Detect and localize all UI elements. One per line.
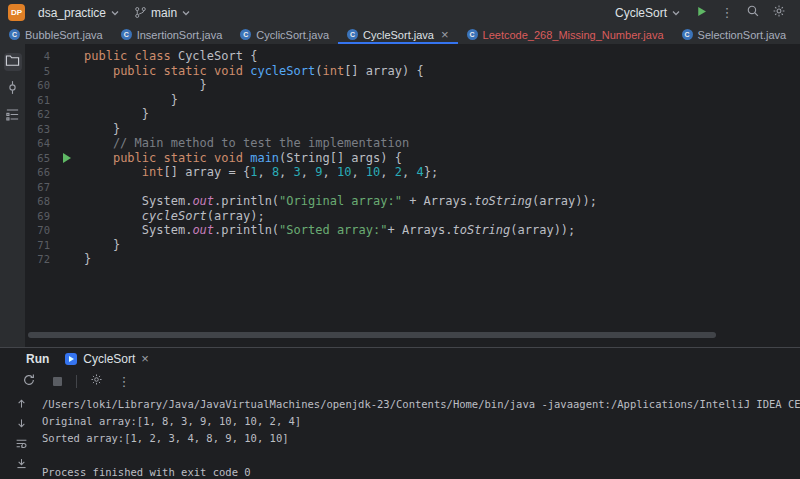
- project-avatar[interactable]: DP: [8, 4, 25, 21]
- close-icon[interactable]: ×: [141, 354, 149, 364]
- structure-tool-button[interactable]: [4, 107, 22, 125]
- code-line[interactable]: 65 public static void main(String[] args…: [26, 151, 800, 166]
- code-line[interactable]: 63 }: [26, 122, 800, 137]
- search-everywhere-button[interactable]: [742, 3, 764, 23]
- tab-label: SelectionSort.java: [698, 29, 787, 41]
- code-line[interactable]: 72}: [26, 252, 800, 267]
- line-number: 65: [26, 151, 50, 166]
- search-icon: [746, 4, 760, 21]
- run-tool-window: Run CycleSort × ⋮: [0, 347, 800, 479]
- rerun-button[interactable]: [20, 373, 38, 389]
- more-options-button[interactable]: ⋮: [115, 373, 133, 389]
- code-text: public static void cycleSort(int[] array…: [84, 64, 424, 79]
- more-run-actions-button[interactable]: ⋮: [716, 3, 738, 23]
- code-text: }: [84, 78, 207, 93]
- editor-tab[interactable]: CLeetcode_268_Missing_Number.java: [458, 25, 673, 44]
- git-branch-icon: [134, 6, 147, 19]
- console-line: [42, 447, 800, 464]
- code-text: int[] array = {1, 8, 3, 9, 10, 10, 2, 4}…: [84, 165, 438, 180]
- console-settings-button[interactable]: [87, 373, 105, 389]
- code-text: // Main method to test the implementatio…: [84, 136, 409, 151]
- line-number: 5: [26, 64, 50, 79]
- editor-tab[interactable]: CCycleSort.java×: [338, 25, 458, 44]
- tab-label: InsertionSort.java: [137, 29, 223, 41]
- tab-label: BubbleSort.java: [25, 29, 103, 41]
- soft-wrap-button[interactable]: [13, 437, 29, 452]
- code-text: public static void main(String[] args) {: [84, 151, 402, 166]
- main-area: 4public class CycleSort {5 public static…: [0, 44, 800, 347]
- line-number: 60: [26, 78, 50, 93]
- branch-selector[interactable]: main: [129, 4, 196, 22]
- console-gutter-toolbar: [0, 392, 42, 479]
- code-line[interactable]: 67: [26, 180, 800, 195]
- editor-tab[interactable]: CInsertionSort.java: [112, 25, 232, 44]
- code-line[interactable]: 68 System.out.println("Original array:" …: [26, 194, 800, 209]
- down-stack-button[interactable]: [13, 417, 29, 432]
- line-number: 63: [26, 122, 50, 137]
- code-line[interactable]: 66 int[] array = {1, 8, 3, 9, 10, 10, 2,…: [26, 165, 800, 180]
- code-line[interactable]: 70 System.out.println("Sorted array:"+ A…: [26, 223, 800, 238]
- rerun-icon: [22, 373, 36, 390]
- line-number: 71: [26, 238, 50, 253]
- code-line[interactable]: 64 // Main method to test the implementa…: [26, 136, 800, 151]
- editor-tab[interactable]: CCyclicSort.java: [231, 25, 338, 44]
- console-line: Original array:[1, 8, 3, 9, 10, 10, 2, 4…: [42, 413, 800, 430]
- project-selector[interactable]: dsa_practice: [33, 4, 125, 22]
- settings-button[interactable]: [768, 3, 790, 23]
- editor-tab[interactable]: CBubbleSort.java: [0, 25, 112, 44]
- line-number: 68: [26, 194, 50, 209]
- run-config-name: CycleSort: [615, 6, 667, 20]
- console-line: Process finished with exit code 0: [42, 464, 800, 479]
- up-stack-button[interactable]: [13, 397, 29, 412]
- project-name: dsa_practice: [38, 6, 106, 20]
- line-number: 64: [26, 136, 50, 151]
- run-panel-header: Run CycleSort ×: [0, 348, 800, 370]
- code-line[interactable]: 5 public static void cycleSort(int[] arr…: [26, 64, 800, 79]
- editor-tab[interactable]: CSelectionSort.java: [673, 25, 796, 44]
- run-console-tab[interactable]: CycleSort ×: [65, 348, 149, 370]
- line-number: 72: [26, 252, 50, 267]
- close-icon[interactable]: ×: [441, 30, 449, 40]
- more-icon: ⋮: [721, 5, 734, 20]
- run-arrow-icon[interactable]: [63, 153, 71, 163]
- title-bar: DP dsa_practice main CycleSort ⋮: [0, 0, 800, 25]
- console-line: Sorted array:[1, 2, 3, 4, 8, 9, 10, 10]: [42, 430, 800, 447]
- scroll-to-end-icon: [15, 457, 28, 473]
- java-class-icon: C: [121, 29, 132, 40]
- chevron-down-icon: [181, 8, 191, 18]
- code-text: System.out.println("Sorted array:"+ Arra…: [84, 223, 575, 238]
- line-number: 66: [26, 165, 50, 180]
- more-icon: ⋮: [118, 374, 131, 389]
- code-line[interactable]: 61 }: [26, 93, 800, 108]
- ide-window: DP dsa_practice main CycleSort ⋮ CBubble…: [0, 0, 800, 479]
- line-number: 4: [26, 49, 50, 64]
- project-tool-button[interactable]: [4, 53, 22, 71]
- commit-tool-button[interactable]: [4, 80, 22, 98]
- gear-icon: [772, 4, 786, 21]
- editor-tab[interactable]: .gitig: [795, 25, 800, 44]
- code-text: System.out.println("Original array:" + A…: [84, 194, 597, 209]
- chevron-down-icon: [110, 8, 120, 18]
- code-text: }: [84, 252, 91, 267]
- stop-button[interactable]: [48, 373, 66, 389]
- code-line[interactable]: 71 }: [26, 238, 800, 253]
- code-editor[interactable]: 4public class CycleSort {5 public static…: [26, 44, 800, 347]
- run-config-selector[interactable]: CycleSort: [610, 4, 686, 22]
- code-text: public class CycleSort {: [84, 49, 257, 64]
- console-line: /Users/loki/Library/Java/JavaVirtualMach…: [42, 396, 800, 413]
- run-button[interactable]: [690, 3, 712, 23]
- line-number: 62: [26, 107, 50, 122]
- code-line[interactable]: 60 }: [26, 78, 800, 93]
- code-line[interactable]: 62 }: [26, 107, 800, 122]
- console-output[interactable]: /Users/loki/Library/Java/JavaVirtualMach…: [42, 392, 800, 479]
- horizontal-scrollbar[interactable]: [28, 332, 716, 338]
- gear-icon: [90, 373, 103, 389]
- stop-icon: [53, 377, 62, 386]
- code-text: }: [84, 238, 120, 253]
- code-line[interactable]: 4public class CycleSort {: [26, 49, 800, 64]
- scroll-to-end-button[interactable]: [13, 457, 29, 472]
- code-line[interactable]: 69 cycleSort(array);: [26, 209, 800, 224]
- java-class-icon: C: [467, 29, 478, 40]
- code-text: }: [84, 93, 178, 108]
- java-class-icon: C: [240, 29, 251, 40]
